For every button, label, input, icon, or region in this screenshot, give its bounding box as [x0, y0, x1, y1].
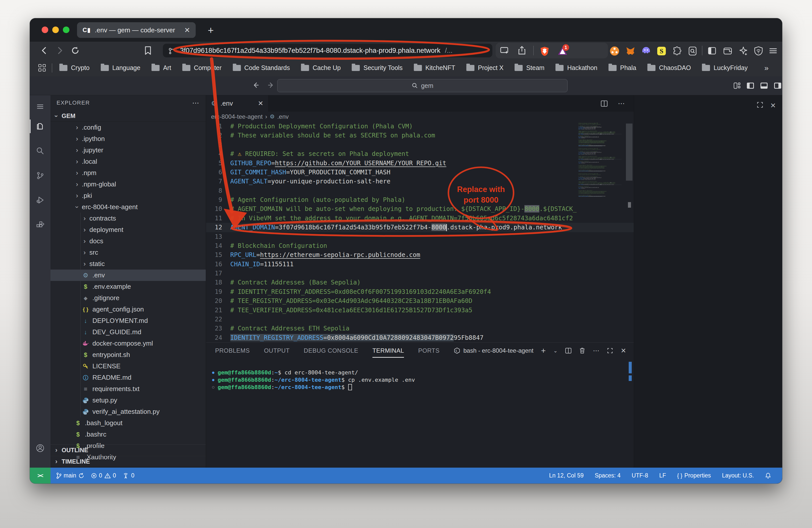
- extensions-view-icon[interactable]: [30, 216, 50, 234]
- search-extension-icon[interactable]: [688, 46, 697, 55]
- ports-indicator[interactable]: 0: [122, 472, 134, 479]
- url-bar[interactable]: 3f07d9618b6c167f1a2d54a33b95fb7eb522f7b4…: [163, 44, 492, 57]
- explorer-view-icon[interactable]: [30, 117, 50, 135]
- panel-tab-output[interactable]: OUTPUT: [264, 347, 290, 354]
- terminal-instance-label[interactable]: $_ bash - erc-8004-tee-agent: [454, 347, 534, 354]
- maximize-panel-icon[interactable]: [607, 348, 613, 354]
- search-view-icon[interactable]: [30, 142, 50, 160]
- phantom-icon[interactable]: [641, 46, 650, 55]
- file-row-.gitignore[interactable]: ◆.gitignore: [50, 292, 206, 304]
- code-line-10[interactable]: 10# AGENT_DOMAIN will be auto-set when d…: [206, 204, 634, 213]
- split-terminal-icon[interactable]: [565, 347, 571, 354]
- history-forward-icon[interactable]: [266, 81, 275, 89]
- breadcrumb-folder[interactable]: erc-8004-tee-agent: [211, 113, 263, 120]
- bookmark-folder[interactable]: Art: [151, 64, 171, 71]
- file-row-requirements.txt[interactable]: ≡requirements.txt: [50, 383, 206, 395]
- file-row-docs[interactable]: ›docs: [50, 236, 206, 247]
- history-back-icon[interactable]: [251, 81, 260, 89]
- code-line-9[interactable]: 9# Agent Configuration (auto-populated b…: [206, 195, 634, 204]
- file-row-.bash_logout[interactable]: $.bash_logout: [50, 417, 206, 429]
- code-line-24[interactable]: 24IDENTITY_REGISTRY_ADDRESS=0x8004a6090C…: [206, 333, 634, 342]
- share-icon[interactable]: [518, 46, 526, 55]
- code-line-7[interactable]: 7AGENT_SALT=your-unique-production-salt-…: [206, 177, 634, 186]
- file-row-erc-8004-tee-agent[interactable]: ›erc-8004-tee-agent: [50, 201, 206, 213]
- command-search-input[interactable]: gem: [277, 79, 568, 92]
- code-line-16[interactable]: 16CHAIN_ID=11155111: [206, 260, 634, 269]
- code-line-17[interactable]: 17: [206, 269, 634, 278]
- file-row-.pki[interactable]: ›.pki: [50, 190, 206, 201]
- code-line-13[interactable]: 13: [206, 232, 634, 241]
- outline-section[interactable]: › OUTLINE: [50, 444, 206, 456]
- code-line-11[interactable]: 11# In VibeVM set the address to your do…: [206, 214, 634, 223]
- language-mode[interactable]: { } Properties: [677, 472, 711, 479]
- bookmark-folder[interactable]: Crypto: [59, 64, 90, 71]
- back-icon[interactable]: [40, 46, 49, 55]
- brave-wallet-icon[interactable]: [723, 46, 732, 55]
- bookmark-folder[interactable]: Phala: [609, 64, 636, 71]
- sidebar-toggle-icon[interactable]: [708, 46, 716, 55]
- code-line-24[interactable]: IDENTITY_REGISTRY_ADDRESS=0x8004a6090Cd1…: [578, 145, 622, 146]
- code-line-22[interactable]: 22: [206, 315, 634, 324]
- workspace-section-header[interactable]: › GEM: [50, 110, 206, 122]
- subwallet-icon[interactable]: S: [657, 46, 666, 55]
- file-row-README.md[interactable]: README.md: [50, 372, 206, 383]
- file-row-.local[interactable]: ›.local: [50, 156, 206, 167]
- bookmark-folder[interactable]: Project X: [466, 64, 504, 71]
- reader-mode-icon[interactable]: [500, 46, 509, 55]
- bookmark-icon[interactable]: [144, 46, 152, 55]
- encoding[interactable]: UTF-8: [632, 472, 648, 479]
- toggle-panel-icon[interactable]: [760, 82, 768, 89]
- bookmark-folder[interactable]: Steam: [514, 64, 545, 71]
- account-icon[interactable]: [30, 439, 50, 457]
- panel-more-icon[interactable]: ⋯: [593, 347, 599, 355]
- file-row-.ipython[interactable]: ›.ipython: [50, 133, 206, 144]
- editor-scrollbar[interactable]: [626, 124, 633, 181]
- code-line-23[interactable]: 23# Contract Addresses ETH Sepolia: [206, 324, 634, 333]
- vpn-shield-icon[interactable]: [754, 46, 763, 55]
- bookmark-folder[interactable]: ChaosDAO: [647, 64, 691, 71]
- bookmark-folder[interactable]: KitcheNFT: [414, 64, 455, 71]
- cursor-position[interactable]: Ln 12, Col 59: [549, 472, 584, 479]
- fullscreen-icon[interactable]: [757, 102, 763, 108]
- explorer-more-icon[interactable]: ⋯: [192, 99, 200, 107]
- file-row-contracts[interactable]: ›contracts: [50, 213, 206, 224]
- file-row-setup.py[interactable]: setup.py: [50, 395, 206, 406]
- file-row-static[interactable]: ›static: [50, 258, 206, 270]
- bookmark-folder[interactable]: Code Standards: [233, 64, 290, 71]
- file-row-.env.example[interactable]: $.env.example: [50, 281, 206, 292]
- forward-icon[interactable]: [55, 46, 64, 55]
- file-row-.npm[interactable]: ›.npm: [50, 167, 206, 179]
- new-tab-button[interactable]: +: [208, 25, 214, 36]
- file-row-LICENSE[interactable]: LICENSE: [50, 360, 206, 372]
- timeline-section[interactable]: › TIMELINE: [50, 456, 206, 467]
- breadcrumb-file[interactable]: .env: [277, 113, 289, 120]
- new-terminal-icon[interactable]: +: [541, 346, 546, 355]
- close-secondary-sidebar-icon[interactable]: ✕: [770, 102, 776, 110]
- browser-tab[interactable]: C▮ .env — gem — code-server ✕: [77, 22, 196, 38]
- file-row-.npm-global[interactable]: ›.npm-global: [50, 179, 206, 190]
- keyboard-layout[interactable]: Layout: U.S.: [722, 472, 754, 479]
- macos-minimize-button[interactable]: [52, 27, 59, 33]
- code-line-21[interactable]: 21# TEE_VERIFIER_ADDRESS=0x481ce1a6EEC30…: [206, 306, 634, 315]
- branch-indicator[interactable]: main: [56, 472, 84, 479]
- toggle-primary-sidebar-icon[interactable]: [746, 82, 754, 89]
- file-row-docker-compose.yml[interactable]: docker-compose.yml: [50, 338, 206, 349]
- application-menu-icon[interactable]: [30, 98, 50, 115]
- close-panel-icon[interactable]: ✕: [621, 347, 626, 355]
- file-row-deployment[interactable]: ›deployment: [50, 224, 206, 236]
- bookmarks-overflow-icon[interactable]: »: [764, 64, 769, 72]
- bookmark-folder[interactable]: Security Tools: [352, 64, 403, 71]
- remote-indicator[interactable]: ><: [30, 468, 50, 484]
- file-row-.bashrc[interactable]: $.bashrc: [50, 429, 206, 440]
- site-settings-icon[interactable]: [168, 47, 175, 54]
- code-line-24[interactable]: IDENTITY_REGISTRY_ADDRESS=0x8004a6090Cd1…: [578, 196, 622, 197]
- code-line-15[interactable]: 15RPC_URL=https://ethereum-sepolia-rpc.p…: [206, 251, 634, 259]
- code-line-14[interactable]: 14# Blockchain Configuration: [206, 241, 634, 251]
- minimap[interactable]: # Production Deployment Configuration (P…: [578, 123, 626, 264]
- panel-tab-terminal[interactable]: TERMINAL: [373, 347, 404, 354]
- code-line-19[interactable]: 19# IDENTITY_REGISTRY_ADDRESS=0xd08eC0f6…: [206, 287, 634, 296]
- code-line-20[interactable]: 20# TEE_REGISTRY_ADDRESS=0x03eCA4d903Adc…: [206, 296, 634, 305]
- customize-layout-icon[interactable]: [733, 82, 741, 89]
- source-control-icon[interactable]: [30, 167, 50, 184]
- terminal-dropdown-icon[interactable]: ⌄: [553, 348, 557, 354]
